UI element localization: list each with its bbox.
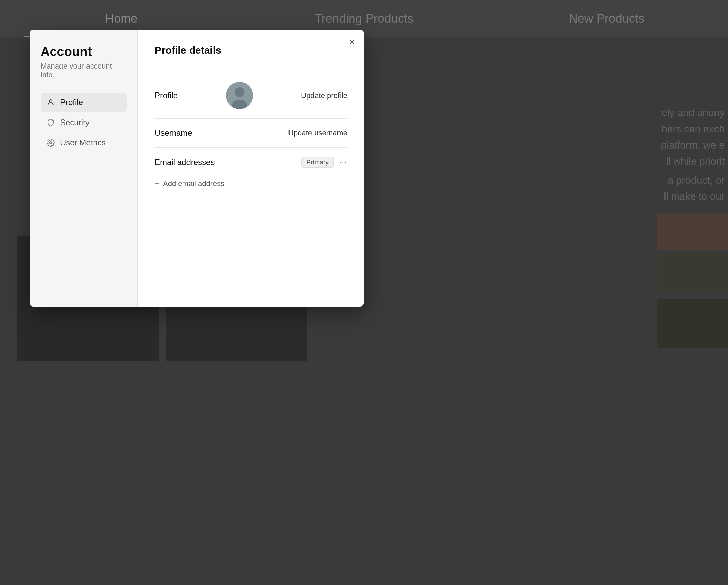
update-profile-button[interactable]: Update profile [301,91,347,100]
profile-label: Profile [155,91,178,100]
svg-point-3 [235,87,244,97]
add-email-button[interactable]: + Add email address [155,172,347,195]
sidebar-subtitle: Manage your account info. [41,62,127,79]
avatar-container [178,82,301,109]
shield-icon [46,118,55,127]
account-modal: Account Manage your account info. Profil… [30,30,364,307]
gear-icon [46,138,55,148]
person-icon [46,98,55,107]
primary-badge: Primary [301,157,333,168]
sidebar-item-profile[interactable]: Profile [41,93,127,112]
more-options-icon[interactable]: ··· [339,158,347,167]
add-email-label: Add email address [163,179,224,188]
sidebar-item-security[interactable]: Security [41,113,127,132]
sidebar-nav: Profile Security User M [41,93,127,152]
profile-section-row: Profile Update profile [155,73,347,119]
modal-sidebar: Account Manage your account info. Profil… [30,30,138,307]
username-label: Username [155,128,192,138]
svg-point-1 [50,142,52,144]
sidebar-item-security-label: Security [60,118,90,127]
email-section-row: Email addresses Primary ··· [155,148,347,172]
email-label: Email addresses [155,158,215,167]
email-left: Email addresses [155,158,215,167]
sidebar-item-metrics[interactable]: User Metrics [41,133,127,152]
avatar [226,82,253,109]
svg-point-0 [49,100,52,102]
sidebar-item-profile-label: Profile [60,98,83,107]
close-button[interactable]: × [346,36,358,48]
update-username-button[interactable]: Update username [288,129,347,137]
sidebar-item-metrics-label: User Metrics [60,138,106,148]
sidebar-title: Account [41,45,127,59]
profile-details-title: Profile details [155,45,347,63]
email-right: Primary ··· [297,157,347,168]
username-section-row: Username Update username [155,119,347,148]
modal-main: × Profile details Profile Update profile… [138,30,364,307]
plus-icon: + [155,179,159,188]
